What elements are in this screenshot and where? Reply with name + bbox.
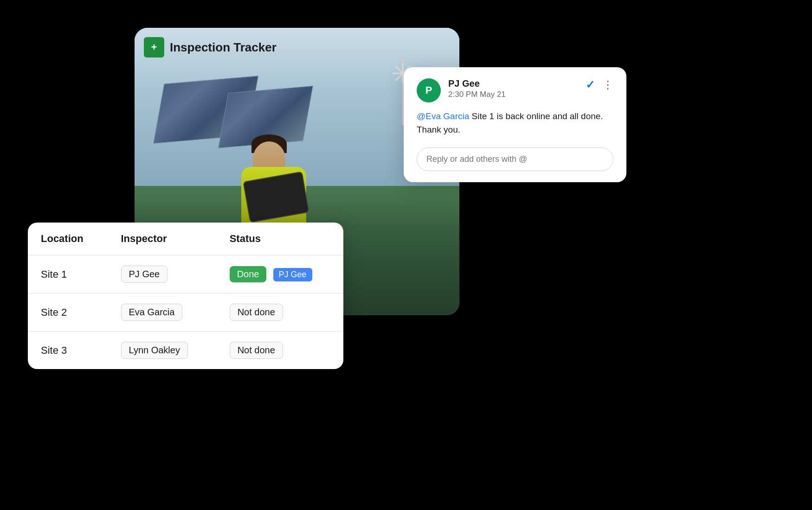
user-tag: PJ Gee <box>273 268 312 281</box>
col-header-status: Status <box>217 223 343 255</box>
comment-meta: PJ Gee 2:30 PM May 21 <box>448 78 578 99</box>
cell-status-3: Not done <box>217 332 343 370</box>
scene: ✳ + Inspection Tracker <box>0 0 812 510</box>
data-table: Location Inspector Status Site 1 PJ Gee … <box>28 223 343 369</box>
comment-actions: ✓ ⋮ <box>586 78 613 91</box>
comment-header: P PJ Gee 2:30 PM May 21 ✓ ⋮ <box>417 78 613 102</box>
status-badge-done: Done <box>230 266 267 282</box>
table-card: Location Inspector Status Site 1 PJ Gee … <box>28 223 343 369</box>
cell-status-1: Done PJ Gee <box>217 255 343 293</box>
status-badge-not-done-3: Not done <box>230 342 283 359</box>
resolve-icon[interactable]: ✓ <box>586 78 595 91</box>
status-badge-not-done-2: Not done <box>230 304 283 321</box>
inspector-chip-3: Lynn Oakley <box>121 342 188 359</box>
reply-input[interactable] <box>417 147 613 171</box>
cell-inspector-2: Eva Garcia <box>108 293 217 332</box>
table-header-row: Location Inspector Status <box>28 223 343 255</box>
sheets-icon: + <box>144 37 164 57</box>
table-row: Site 2 Eva Garcia Not done <box>28 293 343 332</box>
col-header-location: Location <box>28 223 108 255</box>
table-row: Site 3 Lynn Oakley Not done <box>28 332 343 370</box>
avatar: P <box>417 78 441 102</box>
table-row: Site 1 PJ Gee Done PJ Gee <box>28 255 343 293</box>
app-title: Inspection Tracker <box>170 40 277 55</box>
cell-location-3: Site 3 <box>28 332 108 370</box>
more-options-icon[interactable]: ⋮ <box>602 78 613 91</box>
cell-location-2: Site 2 <box>28 293 108 332</box>
commenter-name: PJ Gee <box>448 78 578 89</box>
app-header: + Inspection Tracker <box>144 37 277 57</box>
inspector-chip-1: PJ Gee <box>121 266 168 283</box>
cell-inspector-1: PJ Gee <box>108 255 217 293</box>
comment-body: @Eva Garcia Site 1 is back online and al… <box>417 110 613 136</box>
col-header-inspector: Inspector <box>108 223 217 255</box>
comment-card: P PJ Gee 2:30 PM May 21 ✓ ⋮ @Eva Garcia … <box>404 67 626 182</box>
cell-status-2: Not done <box>217 293 343 332</box>
comment-timestamp: 2:30 PM May 21 <box>448 90 578 99</box>
cell-inspector-3: Lynn Oakley <box>108 332 217 370</box>
laptop <box>243 171 309 223</box>
cell-location-1: Site 1 <box>28 255 108 293</box>
inspector-chip-2: Eva Garcia <box>121 304 183 321</box>
mention: @Eva Garcia <box>417 111 469 121</box>
